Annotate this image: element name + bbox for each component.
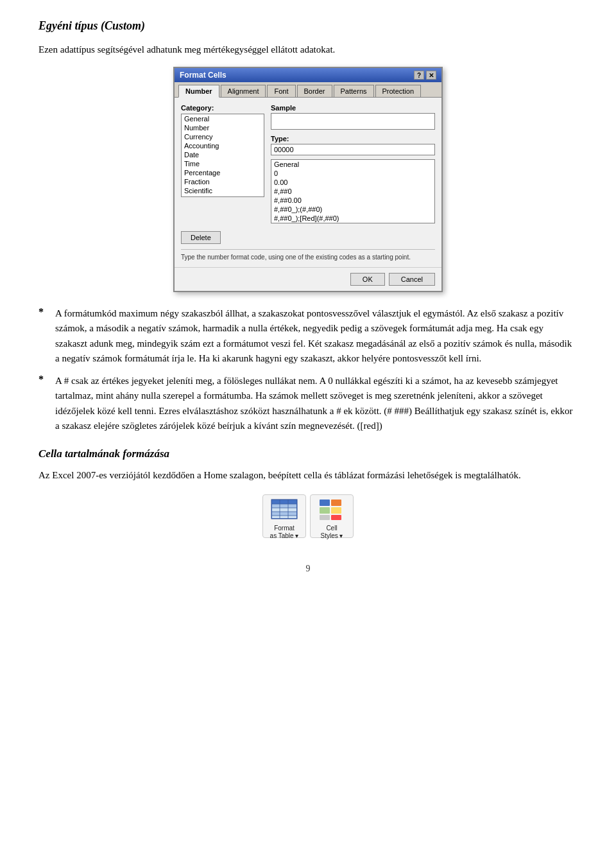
bullet-row-2: * A # csak az értékes jegyeket jeleníti … [38,374,578,433]
icons-row: Formatas Table ▾ CellStyles ▾ [38,494,578,538]
type-general[interactable]: General [271,160,434,169]
dialog-container: Format Cells ? ✕ Number Alignment Font B… [38,67,578,292]
intro-paragraph: Ezen adattípus segítségével adhatunk meg… [38,44,578,55]
right-column: Sample Type: General 0 0.00 #,##0 #,##0.… [271,104,435,223]
dialog-titlebar: Format Cells ? ✕ [175,68,441,82]
category-date[interactable]: Date [182,150,264,159]
dialog-title: Format Cells [180,71,227,80]
category-label: Category: [181,104,264,112]
type-hash-paren[interactable]: #,##0_);(#,##0) [271,205,434,214]
svg-rect-14 [331,500,341,506]
category-scientific[interactable]: Scientific [182,186,264,195]
cell-styles-icon [318,498,346,523]
category-listbox[interactable]: General Number Currency Accounting Date … [181,114,264,197]
type-hash-0[interactable]: #,##0 [271,187,434,196]
svg-rect-1 [272,500,296,504]
bullet-row-1: * A formátumkód maximum négy szakaszból … [38,306,578,366]
type-listbox[interactable]: General 0 0.00 #,##0 #,##0.00 #,##0_);(#… [271,159,435,223]
bullet-star-1: * [38,306,50,366]
cell-styles-label: CellStyles ▾ [320,525,343,540]
dialog-main-row: Category: General Number Currency Accoun… [181,104,435,223]
category-number[interactable]: Number [182,123,264,132]
tab-border[interactable]: Border [297,85,332,97]
page-number: 9 [38,564,578,574]
subsection-text: Az Excel 2007-es verziójától kezdődően a… [38,468,578,483]
cancel-button[interactable]: Cancel [389,273,435,286]
type-hash-red[interactable]: #,##0_);[Red](#,##0) [271,214,434,223]
format-table-button[interactable]: Formatas Table ▾ [262,494,306,538]
tab-alignment[interactable]: Alignment [221,85,266,97]
dialog-help-btn[interactable]: ? [414,71,424,80]
svg-rect-2 [272,504,296,508]
svg-rect-15 [320,507,330,514]
category-column: Category: General Number Currency Accoun… [181,104,264,223]
svg-rect-4 [272,512,296,516]
ok-button[interactable]: OK [350,273,385,286]
category-time[interactable]: Time [182,159,264,168]
tab-number[interactable]: Number [178,85,219,98]
format-cells-dialog: Format Cells ? ✕ Number Alignment Font B… [173,67,443,292]
dialog-close-btn[interactable]: ✕ [426,71,436,80]
format-table-label: Formatas Table ▾ [270,525,299,540]
category-general[interactable]: General [182,114,264,123]
subsection-title: Cella tartalmának formázása [38,448,578,460]
delete-button[interactable]: Delete [181,231,221,244]
dialog-titlebar-buttons: ? ✕ [414,71,436,80]
format-table-icon [270,498,298,523]
dialog-tabs: Number Alignment Font Border Patterns Pr… [175,82,441,98]
category-accounting[interactable]: Accounting [182,141,264,150]
type-0[interactable]: 0 [271,169,434,178]
tab-protection[interactable]: Protection [375,85,422,97]
category-percentage[interactable]: Percentage [182,168,264,177]
tab-font[interactable]: Font [267,85,295,97]
svg-rect-16 [331,507,341,514]
category-text[interactable]: Text [182,195,264,197]
dialog-footer-note: Type the number format code, using one o… [181,249,435,261]
type-0.00[interactable]: 0.00 [271,178,434,187]
category-fraction[interactable]: Fraction [182,177,264,186]
svg-rect-17 [320,515,330,520]
bullet-text-2: A # csak az értékes jegyeket jeleníti me… [55,374,578,433]
bullet-star-2: * [38,374,50,433]
dialog-action-buttons: OK Cancel [175,267,441,291]
type-hash-0.00[interactable]: #,##0.00 [271,196,434,205]
bullet-text-1: A formátumkód maximum négy szakaszból ál… [55,306,578,366]
type-label: Type: [271,135,435,143]
svg-rect-5 [272,516,296,518]
dialog-body: Category: General Number Currency Accoun… [175,98,441,267]
cell-styles-button[interactable]: CellStyles ▾ [310,494,354,538]
category-currency[interactable]: Currency [182,132,264,141]
page-title: Egyéni típus (Custom) [38,19,578,33]
svg-rect-13 [320,500,330,506]
svg-rect-18 [331,515,341,520]
svg-rect-3 [272,508,296,512]
sample-box [271,113,435,130]
tab-patterns[interactable]: Patterns [334,85,374,97]
type-input[interactable] [271,144,435,155]
sample-label: Sample [271,104,435,112]
